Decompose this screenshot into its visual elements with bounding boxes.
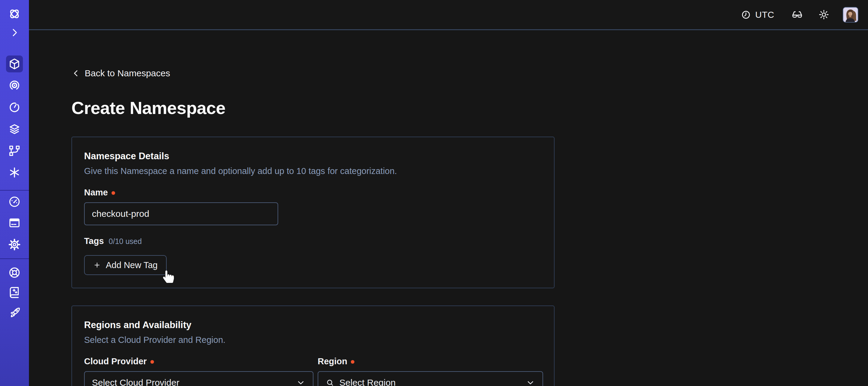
card-title: Namespace Details xyxy=(84,150,542,162)
cloud-provider-select[interactable]: Select Cloud Provider xyxy=(84,371,313,386)
sidebar-item-namespaces[interactable] xyxy=(6,56,23,72)
topbar: UTC xyxy=(29,0,868,30)
sidebar-item-support[interactable] xyxy=(7,265,22,280)
sidebar-item-docs[interactable] xyxy=(7,285,22,300)
required-dot xyxy=(112,191,115,195)
region-placeholder: Select Region xyxy=(339,378,396,386)
orbit-eye-icon xyxy=(8,79,21,92)
chevron-down-icon xyxy=(526,378,535,386)
timezone-selector[interactable]: UTC xyxy=(741,10,774,20)
rocket-icon xyxy=(8,306,21,319)
sidebar-divider xyxy=(0,259,29,259)
region-label: Region xyxy=(318,356,347,366)
gear-icon xyxy=(8,238,21,251)
temporal-logo-icon[interactable] xyxy=(7,7,22,21)
docs-book-icon xyxy=(8,286,21,299)
card-subtitle: Select a Cloud Provider and Region. xyxy=(84,334,542,345)
required-dot xyxy=(351,360,354,364)
sun-icon[interactable] xyxy=(818,9,830,20)
provider-region-grid: Cloud Provider Select Cloud Provider Reg… xyxy=(84,356,542,386)
gauge-icon xyxy=(8,195,21,208)
card-subtitle: Give this Namespace a name and optionall… xyxy=(84,166,542,176)
sidebar xyxy=(0,0,29,386)
lifebuoy-icon xyxy=(8,266,21,279)
chevron-left-icon xyxy=(71,69,81,78)
sidebar-item-nexus[interactable] xyxy=(7,165,22,180)
name-label: Name xyxy=(84,187,108,198)
sidebar-item-stack[interactable] xyxy=(7,122,22,136)
main-content: Back to Namespaces Create Namespace Name… xyxy=(29,31,868,386)
billing-panel-icon xyxy=(8,216,21,230)
cloud-provider-field: Cloud Provider Select Cloud Provider xyxy=(84,356,313,386)
glasses-icon[interactable] xyxy=(791,9,803,21)
sidebar-item-workflows[interactable] xyxy=(7,78,22,93)
namespace-details-card: Namespace Details Give this Namespace a … xyxy=(71,137,555,288)
region-select[interactable]: Select Region xyxy=(318,371,543,386)
sidebar-item-billing[interactable] xyxy=(7,216,22,230)
cloud-provider-label: Cloud Provider xyxy=(84,356,147,366)
expand-chevron-icon[interactable] xyxy=(7,25,22,40)
add-new-tag-button[interactable]: Add New Tag xyxy=(84,255,167,275)
region-field: Region Select Region xyxy=(318,356,543,386)
clock-icon xyxy=(741,10,751,20)
sidebar-item-getting-started[interactable] xyxy=(7,305,22,320)
sidebar-item-schedules[interactable] xyxy=(7,100,22,115)
add-new-tag-label: Add New Tag xyxy=(106,260,158,270)
tags-usage-count: 0/10 used xyxy=(109,237,142,246)
card-title: Regions and Availability xyxy=(84,319,542,331)
timezone-label: UTC xyxy=(755,10,774,20)
branch-icon xyxy=(8,144,21,157)
tags-label: Tags xyxy=(84,236,104,246)
back-link[interactable]: Back to Namespaces xyxy=(71,68,170,79)
tags-label-row: Tags 0/10 used xyxy=(84,236,542,246)
search-icon xyxy=(326,378,335,386)
timer-icon xyxy=(8,101,21,114)
page-title: Create Namespace xyxy=(71,98,868,118)
namespace-name-input[interactable] xyxy=(84,202,278,225)
region-label-row: Region xyxy=(318,356,543,366)
cloud-provider-label-row: Cloud Provider xyxy=(84,356,313,366)
plus-icon xyxy=(93,261,101,269)
user-avatar[interactable] xyxy=(843,7,858,23)
sidebar-item-settings[interactable] xyxy=(7,237,22,252)
back-link-label: Back to Namespaces xyxy=(85,68,170,79)
layers-icon xyxy=(8,122,21,136)
asterisk-icon xyxy=(8,166,21,179)
name-label-row: Name xyxy=(84,187,542,198)
cloud-provider-placeholder: Select Cloud Provider xyxy=(92,378,179,386)
required-dot xyxy=(150,360,154,364)
sidebar-item-usage[interactable] xyxy=(7,195,22,209)
cube-icon xyxy=(8,57,21,70)
regions-availability-card: Regions and Availability Select a Cloud … xyxy=(71,305,555,386)
sidebar-item-deployments[interactable] xyxy=(7,144,22,158)
sidebar-divider xyxy=(0,190,29,190)
chevron-down-icon xyxy=(296,378,306,386)
